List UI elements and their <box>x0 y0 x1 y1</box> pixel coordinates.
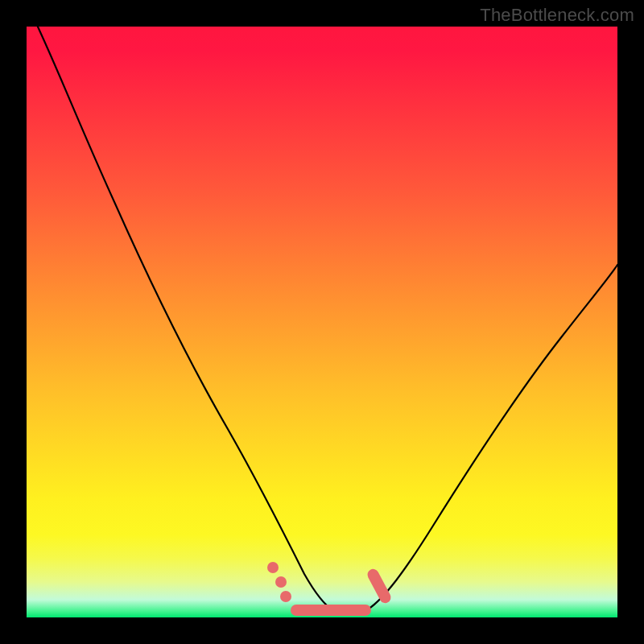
marker-dot <box>267 562 279 573</box>
chart-frame: TheBottleneck.com <box>0 0 644 644</box>
marker-dot <box>275 576 287 588</box>
bottleneck-curve <box>27 3 617 614</box>
curve-layer <box>27 27 617 617</box>
marker-flat-optimum <box>291 605 371 616</box>
marker-dot <box>280 591 291 602</box>
watermark-text: TheBottleneck.com <box>480 5 634 26</box>
plot-area <box>27 27 617 617</box>
